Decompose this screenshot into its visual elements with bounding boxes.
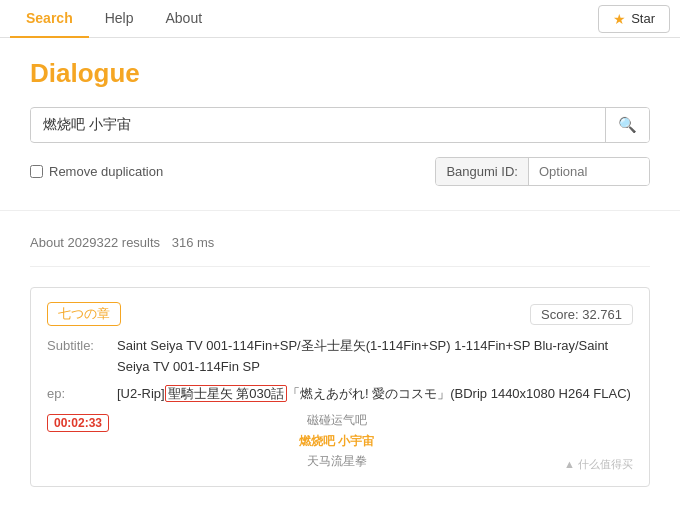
panel-title: Dialogue xyxy=(30,58,650,89)
search-icon: 🔍 xyxy=(618,116,637,133)
card-top: 七つの章 Score: 32.761 xyxy=(47,302,633,326)
star-button[interactable]: ★ Star xyxy=(598,5,670,33)
tab-search[interactable]: Search xyxy=(10,0,89,38)
remove-duplication-checkbox[interactable]: Remove duplication xyxy=(30,164,163,179)
results-count: About 2029322 results xyxy=(30,235,160,250)
remove-duplication-label: Remove duplication xyxy=(49,164,163,179)
source-line-2: 燃烧吧 小宇宙 xyxy=(299,431,374,451)
watermark: ▲ 什么值得买 xyxy=(564,457,633,472)
ep-suffix: 「燃えあがれ! 愛のコスモ」(BDrip 1440x1080 H264 FLAC… xyxy=(287,386,631,401)
card-bottom: 00:02:33 磁碰运气吧 燃烧吧 小宇宙 天马流星拳 ▲ 什么值得买 xyxy=(47,410,633,471)
series-tag[interactable]: 七つの章 xyxy=(47,302,121,326)
score-badge: Score: 32.761 xyxy=(530,304,633,325)
search-input[interactable] xyxy=(31,109,605,141)
time-section: 00:02:33 xyxy=(47,410,109,432)
ep-value: [U2-Rip]聖騎士星矢 第030話「燃えあがれ! 愛のコスモ」(BDrip … xyxy=(117,384,633,405)
results-time: 316 ms xyxy=(172,235,215,250)
search-row: 🔍 xyxy=(30,107,650,143)
ep-row: ep: [U2-Rip]聖騎士星矢 第030話「燃えあがれ! 愛のコスモ」(BD… xyxy=(47,384,633,405)
results-area: About 2029322 results 316 ms 七つの章 Score:… xyxy=(0,211,680,514)
search-panel: Dialogue 🔍 Remove duplication Bangumi ID… xyxy=(0,38,680,211)
subtitle-label: Subtitle: xyxy=(47,336,117,378)
ep-label: ep: xyxy=(47,384,117,405)
time-badge: 00:02:33 xyxy=(47,414,109,432)
result-card: 七つの章 Score: 32.761 Subtitle: Saint Seiya… xyxy=(30,287,650,487)
source-list: 磁碰运气吧 燃烧吧 小宇宙 天马流星拳 xyxy=(299,410,374,471)
bangumi-row: Bangumi ID: xyxy=(435,157,650,186)
tab-about[interactable]: About xyxy=(150,0,219,38)
options-row: Remove duplication Bangumi ID: xyxy=(30,157,650,186)
bangumi-label: Bangumi ID: xyxy=(436,158,529,185)
subtitle-row: Subtitle: Saint Seiya TV 001-114Fin+SP/圣… xyxy=(47,336,633,378)
subtitle-value: Saint Seiya TV 001-114Fin+SP/圣斗士星矢(1-114… xyxy=(117,336,633,378)
source-line-3: 天马流星拳 xyxy=(299,451,374,471)
ep-prefix: [U2-Rip] xyxy=(117,386,165,401)
remove-duplication-input[interactable] xyxy=(30,165,43,178)
star-icon: ★ xyxy=(613,11,626,27)
ep-highlight: 聖騎士星矢 第030話 xyxy=(165,385,287,402)
source-line-1: 磁碰运气吧 xyxy=(299,410,374,430)
search-button[interactable]: 🔍 xyxy=(605,108,649,142)
results-summary: About 2029322 results 316 ms xyxy=(30,227,650,267)
bangumi-input[interactable] xyxy=(529,158,649,185)
star-label: Star xyxy=(631,11,655,26)
header: Search Help About ★ Star xyxy=(0,0,680,38)
tab-help[interactable]: Help xyxy=(89,0,150,38)
